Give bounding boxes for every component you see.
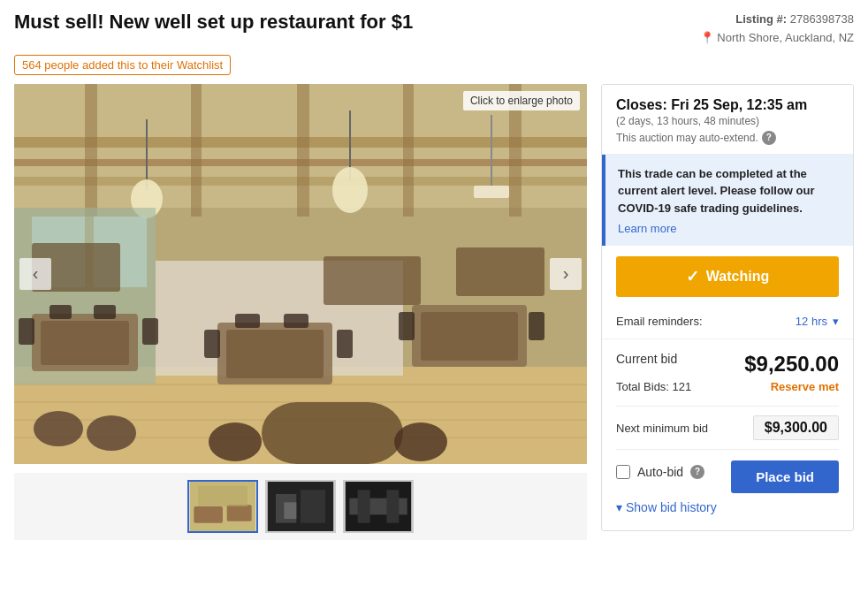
svg-point-44 [34,411,83,446]
show-bid-history-link[interactable]: ▾ Show bid history [616,493,839,518]
chevron-down-icon: ▾ [833,315,839,328]
svg-rect-8 [403,84,414,217]
covid-alert-text: This trade can be completed at the curre… [618,165,841,217]
svg-rect-39 [399,312,415,340]
location-pin-icon: 📍 [700,29,714,48]
chevron-down-icon: ▾ [616,500,622,514]
listing-title: Must sell! New well set up restaurant fo… [14,11,413,34]
location-row: 📍 North Shore, Auckland, NZ [700,29,854,48]
thumbnail-1[interactable] [187,480,258,533]
image-container: Click to enlarge photo ‹ › [14,84,587,464]
watching-button[interactable]: ✓ Watching [616,256,839,297]
watching-label: Watching [706,269,769,285]
closes-section: Closes: Fri 25 Sep, 12:35 am (2 days, 13… [602,85,853,155]
svg-rect-55 [301,490,325,522]
closes-sub: (2 days, 13 hours, 48 minutes) [616,115,839,127]
total-bids: Total Bids: 121 [616,380,691,393]
check-icon: ✓ [686,267,699,286]
svg-rect-34 [337,330,353,358]
svg-rect-30 [94,305,116,319]
bid-top-row: Current bid $9,250.00 [616,352,839,377]
main-content: Click to enlarge photo ‹ › [14,84,854,540]
watchlist-badge[interactable]: 564 people added this to their Watchlist [14,55,231,75]
autobid-row: Auto-bid ? [616,465,704,479]
listing-meta: Listing #: 2786398738 📍 North Shore, Auc… [700,11,854,48]
autobid-checkbox[interactable] [616,465,630,479]
email-reminders-value: 12 hrs [796,315,827,328]
current-bid-amount: $9,250.00 [744,352,839,377]
bid-actions-row: Auto-bid ? Place bid [616,460,839,493]
next-min-row: Next minimum bid $9,300.00 [616,406,839,450]
svg-rect-33 [204,330,220,358]
header-row: Must sell! New well set up restaurant fo… [14,11,854,48]
svg-rect-51 [227,505,252,521]
svg-rect-35 [235,314,260,328]
page-container: Must sell! New well set up restaurant fo… [0,0,868,551]
bid-meta-row: Total Bids: 121 Reserve met [616,380,839,393]
thumbnail-3[interactable] [343,480,414,533]
auto-extend-help-icon[interactable]: ? [762,131,776,145]
svg-rect-52 [198,485,247,506]
svg-rect-42 [324,256,421,305]
svg-rect-26 [41,321,129,365]
svg-rect-59 [358,490,370,522]
svg-rect-29 [49,305,72,319]
covid-alert: This trade can be completed at the curre… [602,155,853,247]
location-text: North Shore, Auckland, NZ [717,29,854,48]
next-min-amount: $9,300.00 [753,415,839,440]
svg-rect-40 [529,312,544,340]
svg-rect-28 [142,318,158,345]
prev-image-button[interactable]: ‹ [19,258,51,290]
reserve-met-badge: Reserve met [771,380,839,393]
svg-rect-27 [19,318,34,345]
show-bid-history-text: Show bid history [626,500,717,514]
email-reminders-row: Email reminders: 12 hrs ▾ [602,308,853,339]
svg-rect-56 [284,502,296,519]
left-panel: Click to enlarge photo ‹ › [14,84,587,540]
click-to-enlarge[interactable]: Click to enlarge photo [463,91,580,110]
email-reminders-dropdown[interactable]: 12 hrs ▾ [796,315,839,328]
restaurant-image [14,84,587,464]
email-reminders-label: Email reminders: [616,315,703,328]
closes-date: Fri 25 Sep, 12:35 am [671,97,807,112]
svg-rect-46 [262,402,403,464]
closes-label: Closes: [616,97,667,112]
right-panel: Closes: Fri 25 Sep, 12:35 am (2 days, 13… [601,84,854,540]
svg-point-13 [332,167,368,213]
autobid-label: Auto-bid [637,465,683,479]
thumbnail-2[interactable] [265,480,336,533]
listing-number-label: Listing #: [735,12,787,26]
svg-rect-15 [474,186,509,198]
svg-rect-6 [191,84,202,217]
watchlist-badge-text: 564 people added this to their Watchlist [22,58,223,72]
listing-number: 2786398738 [790,12,854,26]
current-bid-label: Current bid [616,352,677,366]
next-image-button[interactable]: › [550,258,582,290]
svg-rect-43 [456,247,544,296]
svg-rect-7 [297,84,309,217]
svg-rect-32 [226,330,324,378]
place-bid-button[interactable]: Place bid [731,460,839,493]
svg-point-45 [87,415,136,451]
svg-rect-5 [85,84,97,217]
next-min-label: Next minimum bid [616,422,708,435]
svg-rect-38 [421,312,518,361]
bid-section: Current bid $9,250.00 Total Bids: 121 Re… [602,339,853,530]
left-arrow-icon: ‹ [33,263,39,284]
svg-rect-36 [284,314,308,328]
svg-rect-50 [194,506,223,523]
svg-point-47 [209,422,262,461]
right-arrow-icon: › [563,263,569,284]
auto-extend-row: This auction may auto-extend. ? [616,131,839,145]
auto-extend-text: This auction may auto-extend. [616,132,758,144]
svg-rect-60 [386,490,399,522]
learn-more-link[interactable]: Learn more [618,222,676,235]
auction-info-box: Closes: Fri 25 Sep, 12:35 am (2 days, 13… [601,84,854,532]
listing-number-row: Listing #: 2786398738 [700,11,854,29]
closes-title: Closes: Fri 25 Sep, 12:35 am [616,97,839,113]
autobid-help-icon[interactable]: ? [690,465,704,479]
thumbnails-row [14,473,587,540]
svg-point-48 [394,422,447,461]
